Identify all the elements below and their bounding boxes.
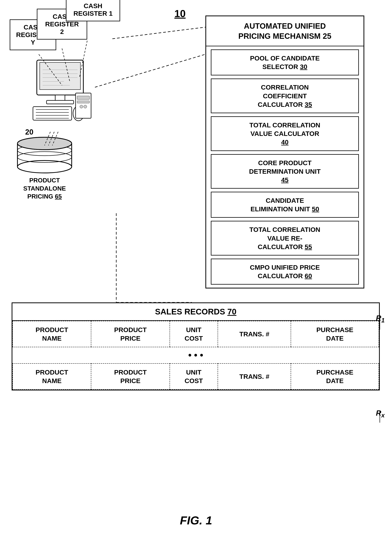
svg-rect-1 — [40, 62, 80, 90]
mechanism-box: AUTOMATED UNIFIEDPRICING MECHANISM 25 PO… — [205, 15, 364, 288]
sales-row-1: PRODUCTNAME PRODUCTPRICE UNITCOST TRANS.… — [13, 321, 379, 347]
sales-row-x: PRODUCTNAME PRODUCTPRICE UNITCOST TRANS.… — [13, 363, 379, 390]
col-product-name-x: PRODUCTNAME — [13, 363, 91, 390]
col-unit-cost-x: UNITCOST — [170, 363, 218, 390]
mechanism-title: AUTOMATED UNIFIEDPRICING MECHANISM 25 — [206, 16, 364, 46]
computer-illustration — [25, 58, 95, 132]
svg-rect-13 — [77, 101, 89, 103]
database-label: PRODUCTSTANDALONEPRICING 65 — [12, 176, 78, 201]
svg-line-34 — [95, 54, 205, 87]
col-product-price-x: PRODUCTPRICE — [91, 363, 170, 390]
dots-cell: • • • — [13, 347, 379, 363]
mechanism-item-total-corr-recalc: TOTAL CORRELATIONVALUE RE-CALCULATOR 55 — [211, 221, 359, 255]
svg-point-26 — [17, 137, 72, 150]
mechanism-item-pool: POOL OF CANDIDATESELECTOR 30 — [211, 49, 359, 75]
col-product-name-1: PRODUCTNAME — [13, 321, 91, 347]
diagram-label: 10 — [174, 8, 186, 19]
rx-label: Rx — [376, 409, 385, 419]
sales-records-title: SALES RECORDS 70 — [12, 303, 379, 321]
svg-rect-3 — [47, 100, 74, 104]
sales-records-area: SALES RECORDS 70 PRODUCTNAME PRODUCTPRIC… — [12, 302, 380, 391]
page-container: 10 CASHREGISTER Y CASHREGISTER 2 CASHREG… — [0, 0, 392, 537]
r1-label: R1 — [376, 314, 385, 324]
mechanism-item-candidate-elim: CANDIDATEELIMINATION UNIT 50 — [211, 192, 359, 218]
sales-table: PRODUCTNAME PRODUCTPRICE UNITCOST TRANS.… — [12, 321, 379, 390]
dots-row: • • • — [13, 347, 379, 363]
svg-rect-2 — [55, 95, 65, 101]
col-product-price-1: PRODUCTPRICE — [91, 321, 170, 347]
svg-line-27 — [112, 27, 205, 39]
svg-rect-12 — [77, 96, 89, 99]
col-trans-x: TRANS. # — [218, 363, 291, 390]
database-illustration — [12, 136, 78, 174]
mechanism-item-total-correlation: TOTAL CORRELATIONVALUE CALCULATOR40 — [211, 116, 359, 151]
computer-label: 20 — [25, 128, 33, 136]
mechanism-item-correlation-coeff: CORRELATIONCOEFFICIENTCALCULATOR 35 — [211, 79, 359, 113]
mechanism-item-cmpo: CMPO UNIFIED PRICECALCULATOR 60 — [211, 259, 359, 285]
col-trans-1: TRANS. # — [218, 321, 291, 347]
col-purchase-date-x: PURCHASEDATE — [291, 363, 379, 390]
cash-register-1: CASHREGISTER 1 — [66, 0, 120, 21]
sales-records-box: SALES RECORDS 70 PRODUCTNAME PRODUCTPRIC… — [12, 302, 380, 391]
mechanism-item-core-product: CORE PRODUCTDETERMINATION UNIT45 — [211, 154, 359, 189]
fig-label: FIG. 1 — [180, 514, 212, 527]
svg-point-14 — [80, 105, 83, 108]
svg-point-15 — [84, 105, 87, 108]
col-purchase-date-1: PURCHASEDATE — [291, 321, 379, 347]
col-unit-cost-1: UNITCOST — [170, 321, 218, 347]
